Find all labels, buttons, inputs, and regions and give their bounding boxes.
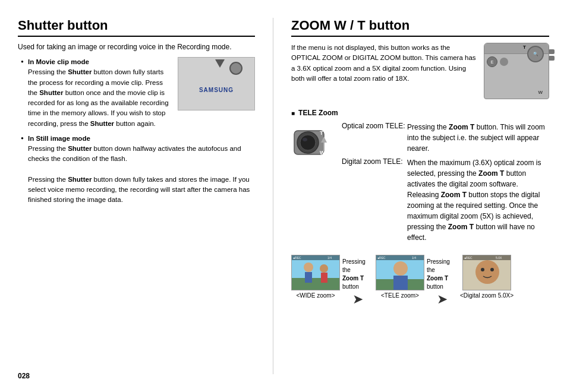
svg-text:●REC: ●REC (464, 256, 472, 260)
page-number: 028 (18, 372, 30, 380)
tele-zoom-table: Optical zoom TELE: Pressing the Zoom T b… (342, 122, 549, 246)
svg-point-10 (304, 263, 313, 272)
tele-zoom-content: T W Optical zoom TELE: Pressing the Zoom… (291, 122, 549, 246)
svg-rect-11 (305, 272, 312, 283)
svg-rect-13 (321, 273, 327, 283)
svg-point-26 (481, 268, 484, 271)
cam-side-btn-2 (549, 56, 555, 61)
digital-zoom-caption: <Digital zoom 5.0X> (460, 292, 514, 299)
optical-zoom-label: Optical zoom TELE: (342, 122, 407, 154)
pressing-label-1: PressingtheZoom Tbutton (342, 258, 373, 293)
wide-zoom-visual: ●REC 1/4 (292, 255, 339, 290)
bullet-movie-mode: In Movie clip mode Pressing the Shutter … (21, 57, 255, 129)
optical-zoom-content: Pressing the Zoom T button. This will zo… (407, 122, 549, 154)
pressing-text-1: PressingtheZoom Tbutton ➤ (342, 255, 373, 306)
digital-zoom-content: When the maximum (3.6X) optical zoom is … (407, 157, 549, 243)
svg-rect-20 (393, 276, 408, 290)
svg-point-27 (490, 268, 494, 271)
tele-zoom-image: ●REC 1/4 (376, 255, 424, 290)
zoom-w-label: W (538, 90, 543, 95)
tele-zoom-block: ●REC 1/4 <TELE zoom> (376, 255, 424, 299)
svg-text:1/4: 1/4 (327, 256, 332, 260)
shutter-intro: Used for taking an image or recording vo… (18, 43, 255, 51)
svg-text:●REC: ●REC (377, 256, 386, 260)
svg-text:5.0X: 5.0X (496, 256, 502, 260)
optical-zoom-row: Optical zoom TELE: Pressing the Zoom T b… (342, 122, 549, 154)
zoom-title: ZOOM W / T button (291, 18, 549, 37)
bullet-movie-heading: In Movie clip mode (28, 58, 89, 65)
zoom-camera-diagram: T 🔍 E W (484, 43, 549, 99)
svg-text:T: T (320, 130, 323, 136)
shutter-section: Shutter button Used for taking an image … (18, 18, 273, 374)
wide-zoom-block: ●REC 1/4 <WIDE zoom> (291, 255, 340, 299)
digital-zoom-image: ●REC 5.0X (462, 255, 511, 290)
shutter-title: Shutter button (18, 18, 255, 37)
tele-zoom-title: TELE Zoom (291, 109, 549, 117)
wide-zoom-caption: <WIDE zoom> (296, 292, 335, 299)
cam-side-buttons (549, 49, 555, 61)
wide-zoom-image: ●REC 1/4 (291, 255, 340, 290)
cam-w-button (500, 58, 508, 66)
svg-point-19 (393, 261, 408, 276)
zoom-images-row: ●REC 1/4 <WIDE zoom> PressingtheZoom Tbu… (291, 255, 549, 306)
svg-rect-9 (292, 278, 340, 290)
svg-point-12 (320, 264, 328, 273)
tele-zoom-caption: <TELE zoom> (381, 292, 419, 299)
zoom-ring: 🔍 (527, 46, 544, 62)
zoom-button-diagram: T W (291, 122, 330, 246)
svg-point-3 (303, 138, 307, 141)
arrow-2-icon: ➤ (437, 293, 448, 306)
arrow-1-icon: ➤ (352, 293, 363, 306)
zoom-section: ZOOM W / T button T 🔍 (273, 18, 549, 374)
digital-zoom-block: ●REC 5.0X <Digital zoom 5.0X> (460, 255, 514, 299)
bullet-still-mode: In Still image mode Pressing the Shutter… (21, 134, 255, 206)
cam-side-btn-1 (549, 49, 555, 54)
pressing-text-2: PressingtheZoom Tbutton ➤ (427, 255, 458, 306)
pressing-label-2: PressingtheZoom Tbutton (427, 258, 458, 293)
svg-point-25 (475, 260, 499, 284)
zoom-t-label: T (523, 45, 526, 50)
digital-zoom-label: Digital zoom TELE: (342, 157, 407, 243)
tele-zoom-section: TELE Zoom T (291, 109, 549, 246)
zoom-lens-svg: T W (291, 122, 330, 160)
svg-point-2 (300, 135, 316, 150)
digital-zoom-row: Digital zoom TELE: When the maximum (3.6… (342, 157, 549, 243)
shutter-bullet-list: In Movie clip mode Pressing the Shutter … (21, 57, 255, 206)
bullet-still-heading: In Still image mode (28, 135, 90, 142)
svg-text:●REC: ●REC (293, 256, 301, 260)
svg-text:1/4: 1/4 (412, 256, 416, 260)
cam-e-button: E (487, 56, 497, 67)
